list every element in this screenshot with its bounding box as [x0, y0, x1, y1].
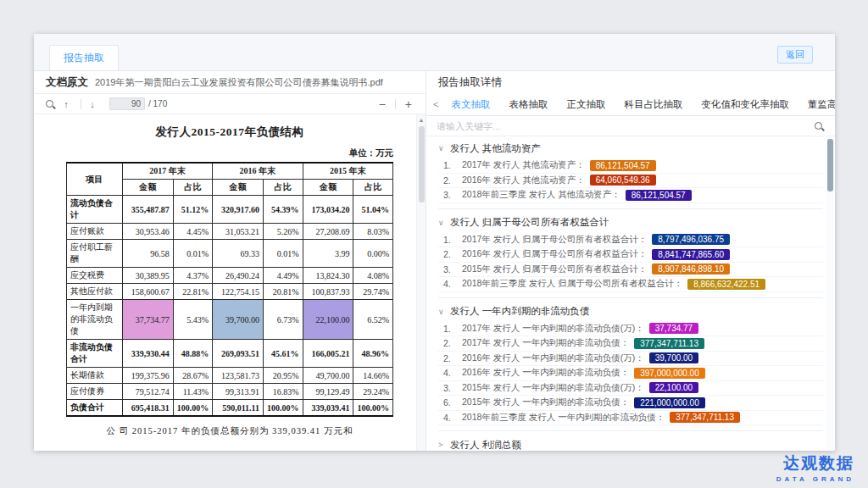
- ratio-2015: 51.04%: [353, 196, 393, 224]
- search-icon[interactable]: [42, 97, 56, 111]
- tab-subject-ratio-extraction[interactable]: 科目占比抽取: [615, 98, 692, 111]
- tab-report-extraction[interactable]: 报告抽取: [49, 45, 119, 70]
- row-label: 流动负债合计: [67, 196, 123, 224]
- back-button[interactable]: 返回: [777, 46, 813, 64]
- header-year-2016: 2016 年末: [213, 163, 303, 180]
- chevron-down-icon: ∨: [438, 219, 450, 227]
- section-header[interactable]: ∨ 发行人 一年内到期的非流动负债: [438, 302, 823, 322]
- section-title: 发行人 一年内到期的非流动负债: [450, 305, 589, 318]
- ratio-2016: 20.81%: [264, 284, 303, 300]
- extracted-value-badge[interactable]: 22,100.00: [649, 382, 699, 393]
- amount-2015: 339,039.41: [303, 400, 353, 417]
- extracted-value-badge[interactable]: 86,121,504.57: [626, 190, 692, 201]
- amount-2015: 27,208.69: [303, 224, 353, 240]
- item-label: 2018年前三季度 发行人 一年内到期的非流动负债：: [462, 412, 665, 424]
- extracted-value-badge[interactable]: 377,347,711.13: [670, 412, 740, 423]
- section-header[interactable]: ∨ 发行人 归属于母公司所有者权益合计: [438, 213, 823, 233]
- amount-2017: 37,734.77: [122, 300, 173, 340]
- chevron-down-icon: ∨: [438, 308, 450, 316]
- extracted-value-badge[interactable]: 8,797,496,036.75: [652, 234, 730, 245]
- tab-change-value-rate-extraction[interactable]: 变化值和变化率抽取: [692, 98, 798, 111]
- section-header[interactable]: ∨ 发行人 其他流动资产: [438, 138, 823, 158]
- amount-2017: 355,487.87: [122, 196, 173, 224]
- amount-2017: 30,953.46: [122, 224, 173, 240]
- extracted-value-badge[interactable]: 8,841,747,865.60: [652, 249, 730, 260]
- section-other-current-assets: ∨ 发行人 其他流动资产 1. 2017年 发行人 其他流动资产： 86,121…: [426, 138, 835, 209]
- tab-body-text-extraction[interactable]: 正文抽取: [557, 98, 615, 111]
- datagrand-logo: 达观数据 DATA GRAND: [776, 452, 854, 483]
- row-label: 长期借款: [67, 368, 123, 384]
- row-label: 应付债券: [67, 384, 123, 400]
- ratio-2017: 28.67%: [173, 368, 213, 384]
- header-year-2015: 2015 年末: [303, 163, 392, 180]
- item-label: 2017年 发行人 归属于母公司所有者权益合计：: [462, 234, 647, 246]
- amount-2015: 13,824.30: [303, 268, 353, 284]
- amount-2015: 100,837.93: [303, 284, 353, 300]
- page-number-input[interactable]: [109, 97, 145, 110]
- ratio-2017: 100.00%: [173, 400, 213, 417]
- amount-2016: 320,917.60: [213, 196, 264, 224]
- section-divider: [438, 425, 823, 431]
- item-label: 2015年 发行人 一年内到期的非流动负债：: [462, 396, 629, 408]
- extracted-value-badge[interactable]: 64,060,549.36: [590, 175, 656, 186]
- pdf-viewport[interactable]: 发行人2015-2017年负债结构 单位：万元 项目 2017 年末 2016 …: [34, 114, 426, 451]
- extraction-item: 4. 2018年前三季度 发行人 归属于母公司所有者权益合计： 8,866,63…: [438, 277, 823, 292]
- header-ratio: 占比: [353, 180, 393, 196]
- item-number: 2.: [443, 353, 462, 363]
- document-header: 文档原文 2019年第一期贵阳白云工业发展投资有限公司公司债券募集说明书.pdf: [34, 71, 426, 94]
- extraction-item: 4. 2018年前三季度 发行人 一年内到期的非流动负债： 377,347,71…: [438, 411, 823, 426]
- extracted-value-badge[interactable]: 37,734.77: [649, 323, 699, 334]
- item-number: 3.: [443, 190, 462, 200]
- page-up-icon[interactable]: ↑: [59, 97, 73, 111]
- table-row: 其他应付款 158,600.67 22.81% 122,754.15 20.81…: [67, 284, 393, 300]
- extracted-value-badge[interactable]: 8,866,632,422.51: [687, 279, 765, 290]
- tab-table-text-extraction[interactable]: 表文抽取: [442, 98, 499, 111]
- extraction-item: 3. 2015年 发行人 归属于母公司所有者权益合计： 8,907,846,89…: [438, 263, 823, 278]
- toolbar-divider: [395, 99, 396, 109]
- table-header-row: 项目 2017 年末 2016 年末 2015 年末: [67, 163, 393, 180]
- pdf-caption-text: 公 司 2015-2017 年的负债总额分别为 339,039.41 万元和: [34, 425, 426, 437]
- amount-2015: 173,034.20: [303, 196, 353, 224]
- extracted-value-badge[interactable]: 377,347,711.13: [634, 338, 704, 349]
- tab-table-extraction[interactable]: 表格抽取: [499, 98, 557, 111]
- pdf-scrollbar-thumb[interactable]: [419, 126, 425, 202]
- extraction-item: 1. 2017年 发行人 其他流动资产： 86,121,504.57: [438, 158, 823, 174]
- logo-cn-text: 达观数据: [776, 452, 854, 474]
- extracted-value-badge[interactable]: 39,700.00: [649, 352, 699, 363]
- extracted-value-badge[interactable]: 86,121,504.57: [590, 160, 656, 171]
- ratio-2016: 5.26%: [264, 224, 303, 240]
- extracted-value-badge[interactable]: 221,000,000.00: [634, 397, 705, 408]
- item-number: 4.: [443, 279, 462, 289]
- amount-2017: 199,375.96: [122, 368, 173, 384]
- pdf-scrollbar[interactable]: ▲: [416, 114, 426, 451]
- extraction-list-scrollbar[interactable]: [826, 137, 834, 450]
- scroll-up-icon[interactable]: ▲: [417, 115, 426, 125]
- page-down-icon[interactable]: ↓: [86, 97, 99, 111]
- search-icon[interactable]: [811, 119, 825, 133]
- ratio-2015: 29.24%: [353, 384, 393, 400]
- extraction-item: 6. 2015年 发行人 一年内到期的非流动负债： 221,000,000.00: [438, 396, 823, 411]
- tab-executives-age-extraction[interactable]: 董监高年龄抽取: [798, 98, 835, 111]
- row-label: 其他应付款: [67, 284, 123, 300]
- extracted-value-badge[interactable]: 8,907,846,898.10: [652, 263, 730, 274]
- scrollbar-thumb[interactable]: [827, 139, 833, 191]
- zoom-in-button[interactable]: +: [400, 97, 417, 111]
- item-label: 2016年 发行人 其他流动资产：: [462, 175, 585, 186]
- section-header[interactable]: > 发行人 利润总额: [438, 435, 823, 451]
- tabs-scroll-left-icon[interactable]: <: [430, 99, 442, 109]
- item-number: 1.: [443, 324, 462, 334]
- extracted-value-badge[interactable]: 397,000,000.00: [634, 368, 705, 379]
- row-label: 负债合计: [67, 400, 123, 417]
- zoom-out-button[interactable]: −: [374, 97, 391, 111]
- table-row: 长期借款 199,375.96 28.67% 123,581.73 20.95%…: [67, 368, 393, 384]
- ratio-2017: 0.01%: [173, 240, 213, 268]
- ratio-2016: 100.00%: [264, 400, 303, 417]
- ratio-2016: 45.61%: [264, 340, 303, 368]
- item-number: 1.: [443, 160, 462, 170]
- amount-2016: 39,700.00: [213, 300, 264, 340]
- keyword-search-input[interactable]: [437, 121, 811, 131]
- ratio-2016: 0.01%: [264, 240, 303, 268]
- ratio-2015: 29.74%: [353, 284, 393, 300]
- ratio-2016: 54.39%: [264, 196, 303, 224]
- section-divider: [438, 203, 823, 209]
